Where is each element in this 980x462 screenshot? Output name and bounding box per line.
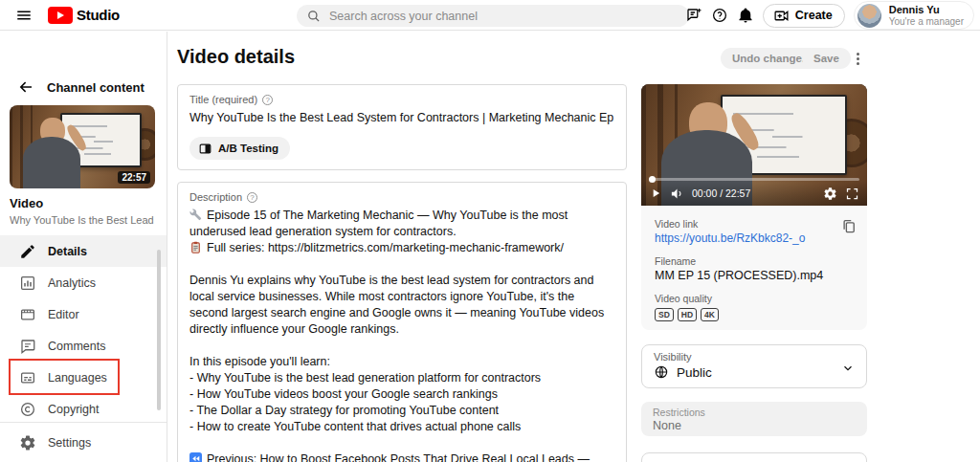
video-preview-card: 00:00 / 22:57 Video link https://youtu.b…: [641, 84, 867, 330]
ab-testing-button[interactable]: A/B Testing: [189, 137, 290, 160]
help-icon[interactable]: [247, 192, 257, 203]
description-line: [189, 256, 614, 273]
sidebar-scrollbar[interactable]: [157, 250, 161, 410]
sidebar-item-details[interactable]: Details: [0, 235, 167, 267]
create-camera-icon: [773, 8, 790, 24]
menu-icon[interactable]: [15, 7, 33, 24]
fullscreen-icon[interactable]: [845, 187, 859, 201]
page-title: Video details: [177, 46, 295, 68]
pencil-icon: [19, 243, 36, 260]
globe-icon: [654, 364, 669, 380]
youtube-studio-video-details: Studio Create: [0, 0, 980, 462]
description-text[interactable]: Episode 15 of The Marketing Mechanic — W…: [189, 208, 614, 462]
ab-testing-icon: [198, 142, 212, 156]
restrictions-field: Restrictions None: [641, 402, 867, 436]
sidebar-menu: Details Analytics Editor Comments Langua…: [0, 235, 167, 425]
description-line: [189, 435, 614, 451]
description-line: In this episode you'll learn:: [189, 354, 614, 370]
back-arrow-icon[interactable]: [17, 78, 34, 96]
sidebar-item-copyright[interactable]: Copyright: [0, 393, 167, 425]
video-link-label: Video link: [655, 218, 854, 230]
search-bar[interactable]: [297, 5, 689, 27]
help-icon[interactable]: [262, 95, 273, 105]
video-quality-label: Video quality: [655, 293, 854, 304]
clipboard-icon: [189, 241, 202, 253]
back-label[interactable]: Channel content: [47, 80, 145, 95]
youtube-studio-logo[interactable]: Studio: [48, 7, 120, 24]
comments-icon: [19, 338, 36, 355]
quality-badge-sd: SD: [655, 308, 674, 321]
copy-icon[interactable]: [840, 218, 858, 235]
video-info-panel: Video link https://youtu.be/RzKbkc82-_o …: [641, 206, 867, 330]
sidebar-item-analytics[interactable]: Analytics: [0, 267, 167, 298]
filename-value: MM EP 15 (PROCESSED).mp4: [655, 269, 854, 282]
search-icon: [306, 9, 321, 23]
more-options-icon[interactable]: [850, 50, 865, 67]
sidebar-item-languages[interactable]: Languages: [0, 362, 167, 393]
description-line: - How YouTube videos boost your Google s…: [189, 386, 614, 403]
copyright-icon: [19, 401, 36, 418]
quality-badge-hd: HD: [678, 308, 697, 321]
video-link[interactable]: https://youtu.be/RzKbkc82-_o: [655, 231, 854, 245]
settings-gear-icon[interactable]: [823, 187, 837, 201]
previous-icon: [189, 452, 202, 462]
search-input[interactable]: [329, 10, 679, 23]
description-line: [189, 338, 614, 354]
sidebar-item-editor[interactable]: Editor: [0, 298, 167, 330]
description-line: Full series: https://blitzmetrics.com/ma…: [189, 240, 614, 256]
video-thumbnail[interactable]: 22:57: [10, 105, 155, 188]
sidebar-video-title: Why YouTube Is the Best Lead Syste...: [10, 214, 155, 226]
user-role: You're a manager: [889, 16, 964, 28]
title-field-value[interactable]: Why YouTube Is the Best Lead System for …: [189, 111, 614, 124]
player-controls: 00:00 / 22:57: [641, 181, 867, 206]
description-line: Previous: How to Boost Facebook Posts Th…: [189, 451, 614, 462]
feedback-history-icon[interactable]: [685, 7, 702, 24]
video-player[interactable]: 00:00 / 22:57: [641, 84, 867, 206]
account-chip[interactable]: Dennis Yu You're a manager: [854, 1, 974, 30]
chevron-down-icon: [841, 362, 855, 375]
sidebar: Channel content 22:57 Video Why YouTube …: [0, 32, 167, 462]
description-field-label: Description: [189, 191, 242, 203]
logo-text: Studio: [77, 7, 120, 23]
analytics-icon: [19, 275, 36, 292]
sidebar-divider: [0, 422, 167, 423]
topbar: Studio Create: [0, 0, 980, 31]
back-row: Channel content: [0, 77, 167, 98]
sidebar-item-settings[interactable]: Settings: [0, 427, 167, 458]
bell-icon[interactable]: [737, 7, 754, 24]
restrictions-value: None: [653, 419, 856, 432]
sidebar-item-send-feedback[interactable]: Send feedback: [0, 458, 167, 462]
quality-badge-4k: 4K: [701, 308, 719, 321]
user-name: Dennis Yu: [889, 4, 964, 16]
play-icon[interactable]: [649, 187, 662, 200]
partial-card: [641, 452, 867, 462]
title-field-label: Title (required): [189, 94, 257, 105]
create-label: Create: [795, 9, 833, 22]
help-icon[interactable]: [711, 7, 728, 24]
ab-testing-label: A/B Testing: [218, 143, 278, 154]
save-button[interactable]: Save: [802, 48, 851, 69]
gear-icon: [19, 434, 36, 451]
topbar-actions: Create Dennis Yu You're a manager: [685, 0, 980, 31]
description-line: - Why YouTube is the best lead generatio…: [189, 370, 614, 386]
visibility-value: Public: [677, 365, 712, 380]
wrench-icon: [189, 209, 202, 221]
description-line: - The Dollar a Day strategy for promotin…: [189, 403, 614, 419]
description-line: Episode 15 of The Marketing Mechanic — W…: [189, 208, 614, 240]
volume-icon[interactable]: [670, 187, 684, 201]
subtitles-icon: [19, 369, 36, 386]
restrictions-label: Restrictions: [653, 407, 856, 418]
editor-icon: [19, 306, 36, 323]
visibility-label: Visibility: [654, 351, 855, 363]
video-kind-label: Video: [10, 196, 43, 210]
description-field[interactable]: Description Episode 15 of The Marketing …: [177, 182, 627, 462]
sidebar-footer-menu: Settings Send feedback: [0, 427, 167, 462]
duration-badge: 22:57: [118, 171, 150, 184]
avatar: [858, 4, 881, 28]
player-time: 00:00 / 22:57: [692, 187, 750, 199]
create-button[interactable]: Create: [763, 4, 845, 28]
title-field[interactable]: Title (required) Why YouTube Is the Best…: [177, 84, 627, 170]
visibility-selector[interactable]: Visibility Public: [641, 344, 867, 388]
description-line: - How to create YouTube content that dri…: [189, 419, 614, 435]
sidebar-item-comments[interactable]: Comments: [0, 330, 167, 362]
